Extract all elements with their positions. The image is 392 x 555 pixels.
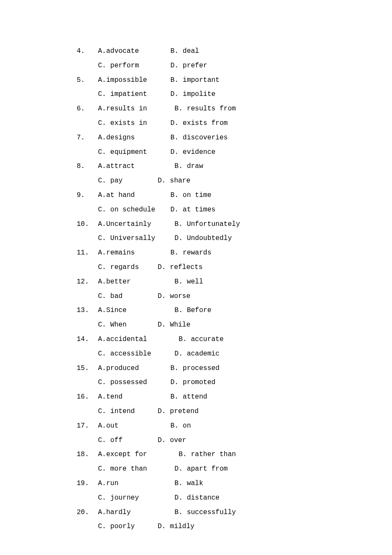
option-b: B. important bbox=[170, 76, 349, 85]
option-d: D. over bbox=[158, 436, 349, 445]
question-row-ab: 6.A.results in B. results from bbox=[77, 104, 349, 113]
question-row-cd: C. performD. prefer bbox=[77, 61, 349, 70]
option-d: D. Undoubtedly bbox=[170, 234, 349, 243]
question-number: 17. bbox=[77, 422, 98, 431]
question-row-cd: C. Universally D. Undoubtedly bbox=[77, 234, 349, 243]
question-list: 4.A.advocateB. dealC. performD. prefer5.… bbox=[0, 0, 392, 531]
question-row-ab: 19.A.run B. walk bbox=[77, 479, 349, 488]
option-d: D. pretend bbox=[158, 407, 349, 416]
question-row-cd: C. payD. share bbox=[77, 176, 349, 185]
question-row-ab: 20.A.hardly B. successfully bbox=[77, 508, 349, 517]
option-d: D. While bbox=[158, 321, 349, 330]
question-row-ab: 4.A.advocateB. deal bbox=[77, 47, 349, 56]
question-number: 7. bbox=[77, 133, 98, 142]
option-d: D. mildly bbox=[158, 522, 349, 531]
option-b: B. Unfortunately bbox=[170, 220, 349, 229]
option-a: A.results in bbox=[98, 104, 170, 113]
indent-spacer bbox=[77, 205, 98, 214]
option-d: D. academic bbox=[170, 350, 349, 358]
question-row-cd: C. impatientD. impolite bbox=[77, 90, 349, 99]
question-row-ab: 11.A.remainsB. rewards bbox=[77, 249, 349, 257]
question-number: 9. bbox=[77, 191, 98, 200]
option-a: A.tend bbox=[98, 393, 170, 402]
option-b: B. processed bbox=[170, 364, 349, 373]
question-row-cd: C. intendD. pretend bbox=[77, 407, 349, 416]
question-number: 8. bbox=[77, 162, 98, 171]
question-row-ab: 5.A.impossibleB. important bbox=[77, 76, 349, 85]
option-a: A.at hand bbox=[98, 191, 170, 200]
option-d: D. reflects bbox=[158, 263, 349, 272]
option-a: A.attract bbox=[98, 162, 170, 171]
option-d: D. evidence bbox=[170, 148, 349, 157]
indent-spacer bbox=[77, 494, 98, 503]
indent-spacer bbox=[77, 436, 98, 445]
option-d: D. at times bbox=[170, 205, 349, 214]
question-number: 15. bbox=[77, 364, 98, 373]
option-b: B. draw bbox=[170, 162, 349, 171]
option-c: C. poorly bbox=[98, 522, 158, 531]
indent-spacer bbox=[77, 465, 98, 474]
question-row-ab: 14.A.accidental B. accurate bbox=[77, 335, 349, 344]
option-a: A.impossible bbox=[98, 76, 170, 85]
option-a: A.designs bbox=[98, 133, 170, 142]
question-row-ab: 12.A.better B. well bbox=[77, 278, 349, 286]
option-b: B. walk bbox=[170, 479, 349, 488]
option-c: C. off bbox=[98, 436, 158, 445]
option-c: C. When bbox=[98, 321, 158, 330]
option-c: C. equipment bbox=[98, 148, 170, 157]
option-d: D. worse bbox=[158, 292, 349, 301]
option-c: C. perform bbox=[98, 61, 170, 70]
question-row-cd: C. poorlyD. mildly bbox=[77, 522, 349, 531]
question-number: 16. bbox=[77, 393, 98, 402]
option-b: B. well bbox=[170, 278, 349, 286]
option-c: C. Universally bbox=[98, 234, 170, 243]
indent-spacer bbox=[77, 378, 98, 387]
question-number: 12. bbox=[77, 278, 98, 286]
option-a: A.out bbox=[98, 422, 170, 431]
question-row-cd: C. regardsD. reflects bbox=[77, 263, 349, 272]
option-c: C. on schedule bbox=[98, 205, 170, 214]
option-a: A.hardly bbox=[98, 508, 170, 517]
option-c: C. accessible bbox=[98, 350, 170, 358]
option-c: C. impatient bbox=[98, 90, 170, 99]
option-a: A.accidental bbox=[98, 335, 170, 344]
question-row-cd: C. offD. over bbox=[77, 436, 349, 445]
option-b: B. rather than bbox=[170, 450, 349, 459]
question-row-cd: C. WhenD. While bbox=[77, 321, 349, 330]
question-row-ab: 7.A.designsB. discoveries bbox=[77, 133, 349, 142]
option-b: B. on time bbox=[170, 191, 349, 200]
option-c: C. regards bbox=[98, 263, 158, 272]
option-d: D. prefer bbox=[170, 61, 349, 70]
option-b: B. attend bbox=[170, 393, 349, 402]
option-c: C. pay bbox=[98, 176, 158, 185]
indent-spacer bbox=[77, 292, 98, 301]
indent-spacer bbox=[77, 148, 98, 157]
option-b: B. on bbox=[170, 422, 349, 431]
option-b: B. Before bbox=[170, 306, 349, 315]
option-b: B. results from bbox=[170, 104, 349, 113]
question-row-cd: C. equipmentD. evidence bbox=[77, 148, 349, 157]
option-b: B. successfully bbox=[170, 508, 349, 517]
option-c: C. intend bbox=[98, 407, 158, 416]
question-row-ab: 9.A.at handB. on time bbox=[77, 191, 349, 200]
option-b: B. discoveries bbox=[170, 133, 349, 142]
option-a: A.except for bbox=[98, 450, 170, 459]
question-number: 11. bbox=[77, 249, 98, 257]
indent-spacer bbox=[77, 119, 98, 128]
question-row-ab: 15.A.producedB. processed bbox=[77, 364, 349, 373]
option-c: C. more than bbox=[98, 465, 170, 474]
indent-spacer bbox=[77, 350, 98, 358]
option-a: A.produced bbox=[98, 364, 170, 373]
indent-spacer bbox=[77, 321, 98, 330]
option-b: B. deal bbox=[170, 47, 349, 56]
indent-spacer bbox=[77, 522, 98, 531]
question-number: 13. bbox=[77, 306, 98, 315]
question-row-ab: 17.A.outB. on bbox=[77, 422, 349, 431]
question-row-ab: 18.A.except for B. rather than bbox=[77, 450, 349, 459]
question-row-ab: 8.A.attract B. draw bbox=[77, 162, 349, 171]
option-a: A.better bbox=[98, 278, 170, 286]
option-a: A.run bbox=[98, 479, 170, 488]
question-row-cd: C. exists inD. exists from bbox=[77, 119, 349, 128]
option-c: C. journey bbox=[98, 494, 170, 503]
option-d: D. promoted bbox=[170, 378, 349, 387]
